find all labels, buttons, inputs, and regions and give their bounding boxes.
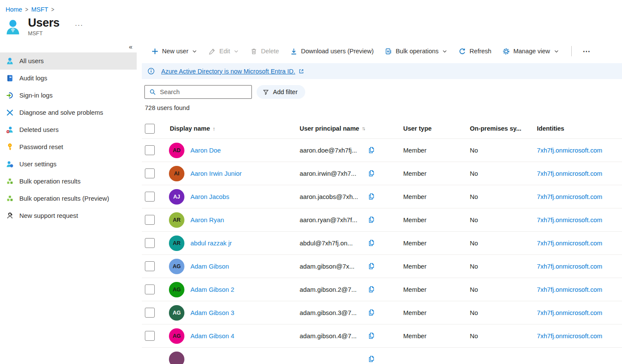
sidebar-item-password-reset[interactable]: Password reset: [0, 138, 142, 156]
refresh-button[interactable]: Refresh: [459, 48, 491, 55]
delete-button[interactable]: Delete: [250, 48, 279, 55]
bulk-operations-button[interactable]: Bulk operations: [385, 48, 447, 55]
sort-both-icon: ↑↓: [362, 125, 366, 132]
breadcrumb: Home > MSFT >: [0, 0, 622, 14]
external-link-icon: [298, 68, 304, 74]
column-user-type[interactable]: User type: [403, 125, 470, 132]
upn-text: aaron.jacobs@7xh...: [300, 193, 368, 200]
title-more-button[interactable]: ...: [75, 19, 83, 28]
row-checkbox[interactable]: [145, 168, 155, 178]
sort-ascending-icon: ↑: [213, 125, 216, 132]
edit-button[interactable]: Edit: [208, 48, 239, 55]
breadcrumb-msft[interactable]: MSFT: [31, 6, 48, 13]
display-name-link[interactable]: Adam Gibson: [190, 263, 229, 270]
sidebar-item-bulk-operation-results-preview[interactable]: Bulk operation results (Preview): [0, 190, 142, 207]
sidebar-item-sign-in-logs[interactable]: Sign-in logs: [0, 87, 142, 104]
download-users-preview-button[interactable]: Download users (Preview): [290, 48, 374, 55]
user-type-value: Member: [403, 240, 470, 247]
row-checkbox[interactable]: [145, 238, 155, 248]
on-premises-value: No: [470, 263, 537, 270]
sidebar-item-user-settings[interactable]: User settings: [0, 156, 142, 173]
identities-link[interactable]: 7xh7fj.onmicrosoft.com: [537, 333, 602, 340]
avatar: AG: [169, 305, 184, 321]
copy-icon[interactable]: [368, 239, 376, 247]
search-box[interactable]: [144, 85, 252, 99]
display-name-link[interactable]: Aaron Irwin Junior: [190, 170, 242, 177]
manage-view-gear-icon: [503, 48, 510, 55]
on-premises-value: No: [470, 170, 537, 177]
entra-banner-link[interactable]: Azure Active Directory is now Microsoft …: [161, 68, 304, 75]
identities-link[interactable]: 7xh7fj.onmicrosoft.com: [537, 309, 602, 316]
edit-icon: [208, 48, 216, 55]
identities-link[interactable]: 7xh7fj.onmicrosoft.com: [537, 240, 602, 247]
upn-text: adam.gibson.3@7...: [300, 309, 368, 316]
add-filter-button[interactable]: Add filter: [257, 85, 305, 99]
display-name-link[interactable]: Adam Gibson 2: [190, 286, 234, 293]
sidebar-item-new-support-request[interactable]: New support request: [0, 207, 142, 224]
manage-view-button[interactable]: Manage view: [503, 48, 559, 55]
upn-text: aaron.doe@7xh7fj...: [300, 147, 368, 154]
user-settings-icon: [6, 160, 14, 168]
copy-icon[interactable]: [368, 169, 376, 177]
user-type-value: Member: [403, 217, 470, 223]
sidebar-item-all-users[interactable]: All users: [0, 52, 137, 70]
identities-link[interactable]: 7xh7fj.onmicrosoft.com: [537, 147, 602, 154]
copy-icon[interactable]: [368, 332, 376, 340]
identities-link[interactable]: 7xh7fj.onmicrosoft.com: [537, 217, 602, 223]
column-display-name[interactable]: Display name: [170, 125, 210, 132]
row-checkbox[interactable]: [145, 261, 155, 271]
bulk-results-icon: [6, 177, 14, 185]
row-checkbox[interactable]: [145, 145, 155, 155]
sidebar-item-deleted-users[interactable]: Deleted users: [0, 121, 142, 138]
search-input[interactable]: [160, 89, 248, 95]
display-name-link[interactable]: Aaron Ryan: [190, 217, 224, 223]
sidebar-item-audit-logs[interactable]: Audit logs: [0, 70, 142, 87]
breadcrumb-home[interactable]: Home: [6, 6, 22, 13]
on-premises-value: No: [470, 286, 537, 293]
bulk-results-icon: [6, 195, 14, 202]
identities-link[interactable]: 7xh7fj.onmicrosoft.com: [537, 263, 602, 270]
display-name-link[interactable]: abdul razzak jr: [190, 240, 232, 247]
deleted-users-icon: [6, 126, 14, 134]
identities-link[interactable]: 7xh7fj.onmicrosoft.com: [537, 193, 602, 200]
table-row: AR Aaron Ryan aaron.ryan@7xh7f... Member…: [142, 208, 622, 232]
copy-icon[interactable]: [368, 216, 376, 224]
copy-icon[interactable]: [368, 285, 376, 294]
sidebar-item-diagnose-and-solve-problems[interactable]: Diagnose and solve problems: [0, 104, 142, 121]
row-checkbox[interactable]: [145, 192, 155, 202]
row-checkbox[interactable]: [145, 331, 155, 341]
column-upn[interactable]: User principal name: [300, 125, 359, 132]
sign-in-logs-icon: [6, 92, 14, 99]
row-checkbox[interactable]: [145, 284, 155, 294]
column-identities[interactable]: Identities: [537, 125, 622, 132]
copy-icon[interactable]: [368, 146, 376, 154]
row-checkbox[interactable]: [145, 308, 155, 318]
page-subtitle: MSFT: [28, 31, 83, 37]
display-name-link[interactable]: Adam Gibson 3: [190, 309, 234, 316]
table-row: AI Aaron Irwin Junior aaron.irwin@7xh7..…: [142, 162, 622, 185]
copy-icon[interactable]: [368, 262, 376, 270]
upn-text: adam.gibson.2@7...: [300, 286, 368, 293]
toolbar-divider: [571, 46, 572, 56]
user-type-value: Member: [403, 286, 470, 293]
toolbar-more-button[interactable]: ⋯: [583, 47, 591, 56]
table-row: AG Adam Gibson 4 adam.gibson.4@7... Memb…: [142, 324, 622, 348]
display-name-link[interactable]: Adam Gibson 4: [190, 333, 234, 340]
avatar: AJ: [169, 189, 184, 205]
column-on-premises[interactable]: On-premises sy...: [470, 125, 537, 132]
chevron-down-icon: [442, 49, 447, 54]
row-checkbox[interactable]: [145, 215, 155, 225]
sidebar-collapse-icon[interactable]: «: [129, 43, 132, 52]
identities-link[interactable]: 7xh7fj.onmicrosoft.com: [537, 286, 602, 293]
on-premises-value: No: [470, 193, 537, 200]
select-all-checkbox[interactable]: [145, 124, 155, 134]
display-name-link[interactable]: Aaron Doe: [190, 147, 221, 154]
sidebar-item-bulk-operation-results[interactable]: Bulk operation results: [0, 173, 142, 190]
copy-icon[interactable]: [368, 355, 376, 363]
copy-icon[interactable]: [368, 309, 376, 317]
identities-link[interactable]: 7xh7fj.onmicrosoft.com: [537, 170, 602, 177]
copy-icon[interactable]: [368, 193, 376, 201]
display-name-link[interactable]: Aaron Jacobs: [190, 193, 229, 200]
new-user-button[interactable]: New user: [151, 48, 197, 55]
user-type-value: Member: [403, 263, 470, 270]
